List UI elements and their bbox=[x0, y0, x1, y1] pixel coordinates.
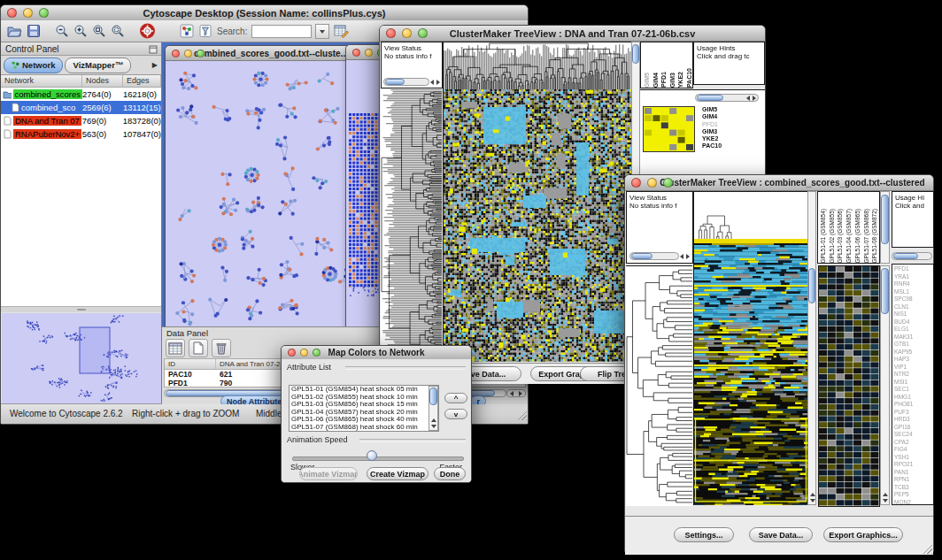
scroll-left-arrow[interactable] bbox=[746, 96, 750, 101]
array-column-label[interactable]: PAC10 bbox=[685, 68, 694, 88]
help-lifering-icon[interactable] bbox=[139, 23, 156, 39]
attribute-table-icon[interactable] bbox=[334, 24, 349, 38]
gene-label[interactable]: MON2 bbox=[894, 499, 933, 506]
array-column-label[interactable]: GPL51-08 (GSM872) bbox=[870, 209, 879, 263]
close-button[interactable] bbox=[631, 178, 641, 188]
close-button[interactable] bbox=[7, 8, 17, 18]
tv2-heatmap[interactable] bbox=[693, 239, 807, 505]
tv2-titlebar[interactable]: ClusterMaker TreeView : combined_scores_… bbox=[625, 175, 933, 191]
tab-network[interactable]: Network bbox=[4, 58, 63, 73]
network-row-selected[interactable]: combined_sco 2569(6) 13112(15) bbox=[1, 101, 161, 114]
gene-label[interactable]: MAK31 bbox=[894, 334, 933, 341]
gene-label[interactable]: YKE2 bbox=[702, 135, 755, 142]
attribute-list-vscrollbar[interactable] bbox=[429, 386, 438, 431]
gene-label[interactable]: GIM5 bbox=[702, 106, 755, 113]
tv2-column-dendrogram[interactable] bbox=[693, 191, 808, 241]
panel-splitter[interactable] bbox=[1, 307, 161, 312]
gene-label[interactable]: PUF3 bbox=[894, 409, 933, 417]
zoom-button[interactable] bbox=[313, 349, 320, 357]
zoom-out-icon[interactable] bbox=[55, 24, 69, 38]
array-column-label[interactable]: GIM4 bbox=[652, 73, 660, 88]
tv2-status-scrollbar[interactable] bbox=[629, 252, 679, 260]
minimize-button[interactable] bbox=[300, 349, 308, 357]
tv1-status-scrollbar[interactable] bbox=[383, 78, 429, 86]
array-column-label[interactable]: GIM3 bbox=[668, 73, 677, 88]
zoom-fit-icon[interactable] bbox=[92, 24, 106, 38]
done-button[interactable]: Done bbox=[434, 467, 466, 480]
gene-label[interactable]: MSL1 bbox=[894, 288, 933, 296]
tv1-heatmap[interactable] bbox=[443, 89, 631, 362]
tv2-heatmap-vscrollbar[interactable] bbox=[807, 191, 816, 505]
gene-label[interactable]: PFD1 bbox=[702, 121, 755, 128]
network-overview-panel[interactable] bbox=[2, 313, 160, 404]
tab-vizmapper[interactable]: VizMapper™ bbox=[65, 58, 131, 73]
gene-label[interactable]: ELG1 bbox=[894, 326, 933, 334]
attribute-listbox[interactable]: GPL51-01 (GSM854) heat shock 05 minGPL51… bbox=[289, 385, 439, 432]
settings-button[interactable]: Settings... bbox=[674, 527, 734, 542]
gene-label[interactable]: YSH1 bbox=[894, 454, 933, 462]
gene-label[interactable]: HRD3 bbox=[894, 416, 933, 424]
gene-label[interactable]: NIS1 bbox=[894, 311, 933, 318]
slider-thumb[interactable] bbox=[367, 450, 377, 461]
edge-attribute-browser-tab[interactable]: r bbox=[470, 395, 486, 404]
gene-label[interactable]: HMG1 bbox=[894, 394, 933, 402]
search-input[interactable] bbox=[251, 25, 312, 38]
minimize-button[interactable] bbox=[402, 28, 412, 38]
search-dropdown-button[interactable] bbox=[315, 24, 329, 39]
tv2-zoom-heatmap[interactable] bbox=[818, 265, 880, 507]
gene-label[interactable]: TCB3 bbox=[894, 484, 933, 492]
array-column-label[interactable]: GPL51-04 (GSM857) bbox=[845, 209, 853, 263]
gene-label[interactable]: RPO21 bbox=[894, 461, 933, 469]
attribute-list-item[interactable]: GPL51-07 (GSM868) heat shock 60 min bbox=[290, 424, 438, 432]
gene-label[interactable]: NTR2 bbox=[894, 371, 933, 379]
close-button[interactable] bbox=[172, 50, 180, 58]
resize-grip[interactable] bbox=[515, 409, 527, 420]
more-tabs-arrow[interactable]: ▶ bbox=[152, 61, 158, 69]
tv1-usage-scrollbar[interactable] bbox=[695, 94, 759, 102]
gene-label[interactable]: GPI16 bbox=[894, 424, 933, 432]
gene-label[interactable]: PHO81 bbox=[894, 401, 933, 409]
network-row[interactable]: RNAPuberNov2+ 563(0) 107847(0) bbox=[1, 127, 161, 141]
gene-label[interactable]: PEP5 bbox=[894, 491, 933, 499]
array-column-label[interactable]: GIM5 bbox=[643, 73, 652, 88]
data-panel-scroll-arrows[interactable] bbox=[506, 389, 526, 397]
gene-label[interactable]: YRA1 bbox=[894, 273, 933, 281]
gene-label[interactable]: SPC98 bbox=[894, 295, 933, 303]
gene-label[interactable]: FIG4 bbox=[894, 446, 933, 454]
array-column-label[interactable]: GPL51-03 (GSM856) bbox=[836, 209, 845, 263]
minimize-button[interactable] bbox=[184, 50, 192, 58]
gene-label[interactable]: SEC1 bbox=[894, 386, 933, 394]
gene-label[interactable]: KAP95 bbox=[894, 349, 933, 357]
save-button[interactable] bbox=[27, 24, 41, 38]
zoom-button[interactable] bbox=[663, 178, 673, 188]
array-column-label[interactable]: GPL51-02 (GSM855) bbox=[828, 209, 837, 263]
dialog-titlebar[interactable]: Map Colors to Network bbox=[282, 346, 471, 360]
close-button[interactable] bbox=[352, 49, 360, 57]
scroll-down-arrow[interactable] bbox=[810, 499, 815, 502]
scroll-up-arrow[interactable] bbox=[810, 493, 815, 496]
scroll-left-arrow[interactable] bbox=[430, 80, 434, 85]
filter-icon[interactable] bbox=[198, 24, 212, 38]
gene-label[interactable]: PAN1 bbox=[894, 469, 933, 477]
create-vizmap-button[interactable]: Create Vizmap bbox=[367, 467, 429, 480]
minimize-button[interactable] bbox=[23, 8, 33, 18]
tv1-zoom-heatmap[interactable] bbox=[643, 106, 695, 152]
gene-label[interactable]: VIP1 bbox=[894, 364, 933, 372]
scroll-up-arrow[interactable] bbox=[431, 418, 436, 422]
gene-label[interactable]: SEC24 bbox=[894, 431, 933, 439]
tv1-row-dendrogram[interactable] bbox=[381, 89, 442, 362]
animation-speed-slider[interactable] bbox=[292, 456, 464, 461]
scroll-right-arrow[interactable] bbox=[436, 80, 440, 85]
zoom-button[interactable] bbox=[197, 50, 205, 58]
array-column-label[interactable]: PFD1 bbox=[660, 72, 668, 88]
tv1-titlebar[interactable]: ClusterMaker TreeView : DNA and Tran 07-… bbox=[380, 26, 765, 42]
tv2-zoom-vscrollbar[interactable] bbox=[880, 265, 890, 505]
minimize-button[interactable] bbox=[365, 49, 373, 57]
scroll-up-arrow[interactable] bbox=[883, 493, 888, 496]
scroll-down-arrow[interactable] bbox=[431, 425, 436, 428]
array-column-label[interactable]: GPL51-06 (GSM865) bbox=[853, 209, 862, 263]
scroll-left-arrow[interactable] bbox=[680, 254, 683, 259]
gene-label[interactable]: MSI1 bbox=[894, 379, 933, 387]
table-grid-icon[interactable] bbox=[166, 339, 185, 357]
trash-icon[interactable] bbox=[212, 339, 231, 357]
